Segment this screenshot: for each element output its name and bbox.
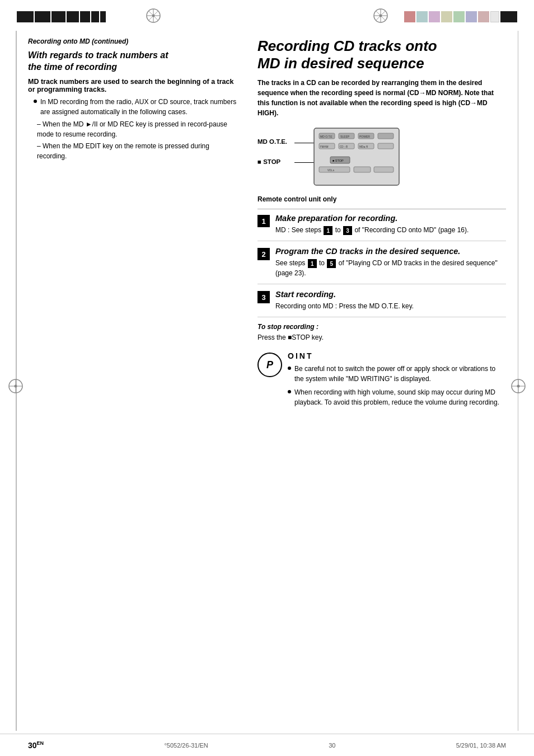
- device-svg: MD O.T.E SLEEP POWER FM/AM CD→B MD►/II ■…: [313, 128, 400, 186]
- svg-point-11: [380, 15, 382, 17]
- to-stop-label: To stop recording :: [257, 323, 506, 331]
- svg-point-19: [517, 384, 520, 387]
- sub-bullet-list: When the MD ►/II or MD REC key is presse…: [28, 119, 241, 161]
- step-3-title: Start recording.: [275, 290, 506, 299]
- svg-text:SLEEP: SLEEP: [340, 135, 350, 138]
- intro-text: The tracks in a CD can be recorded by re…: [257, 78, 506, 118]
- step-2-content: Program the CD tracks in the desired seq…: [275, 247, 506, 278]
- sub-list-item-1: When the MD ►/II or MD REC key is presse…: [37, 119, 241, 139]
- point-bullet-2: When recording with high volume, sound s…: [288, 387, 506, 407]
- bottom-center-page: 30: [329, 742, 335, 749]
- step-2-number: 2: [257, 248, 270, 260]
- device-diagram: MD O.T.E. ■ STOP MD O.T.E SLEEP POWER: [257, 125, 403, 192]
- list-item-main: In MD recording from the radio, AUX or C…: [34, 97, 241, 117]
- svg-text:FM/AM: FM/AM: [320, 145, 329, 148]
- top-bar-right: [367, 8, 517, 25]
- svg-text:POWER: POWER: [359, 135, 370, 138]
- svg-rect-38: [354, 167, 371, 172]
- md-ote-label: MD O.T.E.: [257, 138, 287, 145]
- step-1-body: MD : See steps 1 to 3 of "Recording CD o…: [275, 225, 506, 235]
- point-label: OINT: [288, 351, 506, 360]
- bottom-left-code: °5052/26-31/EN: [164, 742, 208, 749]
- step-1: 1 Make preparation for recording. MD : S…: [257, 214, 506, 241]
- svg-point-5: [152, 15, 155, 17]
- right-compass-marker: [510, 378, 526, 396]
- top-bar-left: [17, 8, 167, 25]
- svg-text:MD►/II: MD►/II: [359, 145, 368, 148]
- step-3: 3 Start recording. Recording onto MD : P…: [257, 290, 506, 317]
- step-3-number: 3: [257, 291, 270, 303]
- point-section: P OINT Be careful not to switch the powe…: [257, 351, 506, 411]
- point-p-circle: P: [257, 353, 282, 377]
- step-3-content: Start recording. Recording onto MD : Pre…: [275, 290, 506, 311]
- compass-icon-left: [146, 8, 161, 25]
- step-2: 2 Program the CD tracks in the desired s…: [257, 247, 506, 284]
- left-section-heading: With regards to track numbers at the tim…: [28, 50, 241, 73]
- step-1-title: Make preparation for recording.: [275, 214, 506, 223]
- step-3-body: Recording onto MD : Press the MD O.T.E. …: [275, 301, 506, 311]
- section-label: Recording onto MD (continued): [28, 37, 241, 45]
- step-2-title: Program the CD tracks in the desired seq…: [275, 247, 506, 256]
- point-bullet-1: Be careful not to switch the power off o…: [288, 364, 506, 384]
- stop-label: ■ STOP: [257, 158, 280, 165]
- svg-text:■ STOP: ■ STOP: [332, 159, 344, 162]
- bottom-bar: 30EN °5052/26-31/EN 30 5/29/01, 10:38 AM: [0, 734, 534, 756]
- svg-rect-39: [374, 167, 394, 172]
- compass-icon-right: [373, 8, 388, 25]
- svg-rect-24: [378, 133, 394, 139]
- sub-list-item-2: When the MD EDIT key on the remote is pr…: [37, 141, 241, 161]
- page-number: 30EN: [28, 740, 44, 750]
- svg-text:CD→B: CD→B: [340, 145, 348, 148]
- right-heading: Recording CD tracks onto MD in desired s…: [257, 37, 506, 72]
- right-column: Recording CD tracks onto MD in desired s…: [257, 37, 506, 411]
- svg-point-15: [15, 384, 17, 387]
- step-2-body: See steps 1 to 5 of "Playing CD or MD tr…: [275, 258, 506, 278]
- to-stop-body: Press the ■STOP key.: [257, 332, 506, 342]
- to-stop-section: To stop recording : Press the ■STOP key.: [257, 323, 506, 342]
- left-column: Recording onto MD (continued) With regar…: [28, 37, 241, 411]
- bottom-right-timestamp: 5/29/01, 10:38 AM: [456, 742, 506, 749]
- step-1-content: Make preparation for recording. MD : See…: [275, 214, 506, 235]
- svg-text:MD O.T.E: MD O.T.E: [320, 135, 332, 138]
- left-compass-marker: [8, 378, 24, 396]
- svg-text:VOL∧: VOL∧: [327, 169, 335, 172]
- bold-intro: MD track numbers are used to search the …: [28, 78, 241, 93]
- bullet-list: In MD recording from the radio, AUX or C…: [28, 97, 241, 117]
- step-1-number: 1: [257, 215, 270, 227]
- point-text-area: OINT Be careful not to switch the power …: [288, 351, 506, 411]
- svg-rect-31: [378, 143, 394, 149]
- remote-label: Remote control unit only: [257, 195, 506, 203]
- point-bullets: Be careful not to switch the power off o…: [288, 364, 506, 407]
